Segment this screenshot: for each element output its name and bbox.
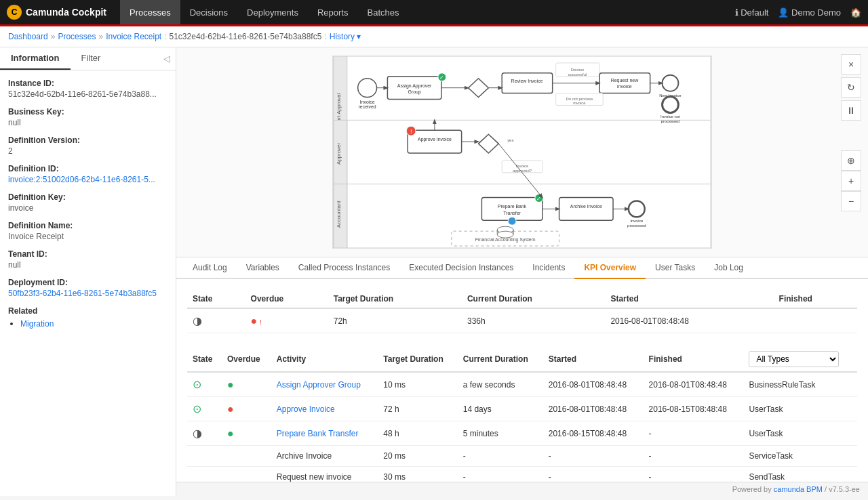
bpmn-refresh-button[interactable]: ↻	[841, 77, 861, 98]
svg-text:Review: Review	[571, 68, 585, 72]
main-layout: Information Filter ◁ Instance ID: 51c32e…	[0, 47, 868, 496]
svg-point-61	[497, 231, 513, 238]
field-deployment-id-value[interactable]: 50fb23f3-62b4-11e6-8261-5e74b3a88fc5	[8, 289, 167, 298]
default-link[interactable]: ℹ Default	[735, 7, 769, 18]
tab-variables[interactable]: Variables	[237, 257, 289, 279]
tab-filter[interactable]: Filter	[71, 47, 112, 70]
bpmn-crosshair-button[interactable]: ⊕	[841, 150, 861, 171]
kpi-summary-col-target: Target Duration	[328, 290, 462, 308]
svg-text:Accountant: Accountant	[336, 201, 342, 228]
bpmn-zoomout-button[interactable]: −	[841, 191, 861, 211]
svg-point-9	[358, 79, 377, 98]
nav-batches[interactable]: Batches	[357, 0, 408, 24]
warning-icon: ●	[251, 315, 258, 327]
tab-audit-log[interactable]: Audit Log	[183, 257, 237, 279]
svg-point-48	[508, 217, 516, 225]
bpmn-close-button[interactable]: ×	[841, 54, 861, 75]
row5-state	[187, 467, 222, 482]
row4-type: ServiceTask	[743, 446, 857, 467]
row4-finished: -	[644, 446, 744, 467]
field-deployment-id-label: Deployment ID:	[8, 278, 167, 287]
breadcrumb-sep1: »	[51, 32, 56, 41]
svg-text:Approve Invoice: Approve Invoice	[418, 137, 452, 142]
bpmn-pause-button[interactable]: ⏸	[841, 100, 861, 121]
breadcrumb-sep3: :	[164, 32, 166, 41]
nav-deployments[interactable]: Deployments	[237, 0, 308, 24]
tab-kpi-overview[interactable]: KPI Overview	[574, 257, 646, 279]
tab-information[interactable]: Information	[0, 47, 71, 70]
svg-text:Invoice not: Invoice not	[660, 114, 680, 119]
kpi-summary-finished	[774, 308, 857, 333]
warning-red-icon: ●	[227, 403, 234, 415]
table-row: ⊙ ● Assign Approver Group 10 ms a few se…	[187, 372, 857, 397]
row4-target: 20 ms	[378, 446, 457, 467]
row3-activity: Prepare Bank Transfer	[271, 421, 378, 446]
row1-overdue: ●	[222, 372, 271, 397]
home-link[interactable]: 🏠	[850, 7, 861, 18]
row5-type: SendTask	[743, 467, 857, 482]
svg-text:yes: yes	[507, 138, 513, 142]
svg-point-27	[663, 75, 679, 91]
table-row: ⊙ ● Approve Invoice 72 h 14 days 2016-08…	[187, 397, 857, 421]
nav-decisions[interactable]: Decisions	[180, 0, 237, 24]
bpmn-controls-bottom: ⊕ + −	[841, 150, 861, 211]
nav-right: ℹ Default 👤 Demo Demo 🏠	[735, 7, 861, 18]
related-migration: Migration	[20, 318, 167, 329]
row5-started: -	[543, 467, 644, 482]
row2-state: ⊙	[187, 397, 222, 421]
row4-started: -	[543, 446, 644, 467]
sidebar-toggle[interactable]: ◁	[158, 47, 176, 70]
tab-job-log[interactable]: Job Log	[705, 257, 753, 279]
bpmn-canvas[interactable]: Start Approval Approver Accountant Invoi…	[332, 56, 712, 249]
svg-text:✓: ✓	[439, 75, 444, 81]
field-instance-id: Instance ID: 51c32e4d-62b4-11e6-8261-5e7…	[8, 79, 167, 99]
bpmn-zoomin-button[interactable]: +	[841, 171, 861, 191]
row3-state: ◑	[187, 421, 222, 446]
breadcrumb-processes[interactable]: Processes	[58, 32, 96, 41]
field-definition-id-value[interactable]: invoice:2:51002d06-62b4-11e6-8261-5...	[8, 175, 167, 184]
row1-activity: Assign Approver Group	[271, 372, 378, 397]
breadcrumb-dashboard[interactable]: Dashboard	[8, 32, 48, 41]
nav-processes[interactable]: Processes	[120, 0, 180, 24]
detail-col-finished: Finished	[644, 347, 744, 372]
table-row: ◑ ● Prepare Bank Transfer 48 h 5 minutes…	[187, 421, 857, 446]
field-definition-version-value: 2	[8, 146, 167, 156]
tab-called-process-instances[interactable]: Called Process Instances	[289, 257, 399, 279]
type-filter-select[interactable]: All Types UserTask ServiceTask BusinessR…	[749, 351, 839, 367]
row2-activity-link[interactable]: Approve Invoice	[277, 404, 335, 414]
nav-reports[interactable]: Reports	[308, 0, 358, 24]
row3-type: UserTask	[743, 421, 857, 446]
field-tenant-id-label: Tenant ID:	[8, 249, 167, 259]
row1-activity-link[interactable]: Assign Approver Group	[277, 380, 361, 390]
row1-target: 10 ms	[378, 372, 457, 397]
detail-col-target: Target Duration	[378, 347, 457, 372]
breadcrumb-invoice-receipt[interactable]: Invoice Receipt	[106, 32, 161, 41]
related-section: Related Migration	[8, 306, 167, 329]
svg-text:Prepare Bank: Prepare Bank	[498, 204, 527, 209]
svg-text:invoice: invoice	[573, 101, 586, 105]
tab-user-tasks[interactable]: User Tasks	[646, 257, 705, 279]
row2-current: 14 days	[458, 397, 543, 421]
field-definition-id: Definition ID: invoice:2:51002d06-62b4-1…	[8, 164, 167, 184]
half-circle-icon: ◑	[193, 428, 202, 439]
sidebar-content: Instance ID: 51c32e4d-62b4-11e6-8261-5e7…	[0, 70, 176, 337]
kpi-summary-started: 2016-08-01T08:48:48	[605, 308, 773, 333]
kpi-summary-target-duration: 72h	[328, 308, 462, 333]
kpi-summary-col-state: State	[187, 290, 245, 308]
row4-activity: Archive Invoice	[271, 446, 378, 467]
breadcrumb-history[interactable]: History ▾	[330, 32, 361, 41]
user-link[interactable]: 👤 Demo Demo	[778, 7, 841, 18]
field-definition-version-label: Definition Version:	[8, 136, 167, 145]
field-definition-name-value: Invoice Receipt	[8, 232, 167, 241]
row5-current: -	[458, 467, 543, 482]
tab-incidents[interactable]: Incidents	[523, 257, 574, 279]
migration-link[interactable]: Migration	[20, 319, 54, 329]
footer-link[interactable]: camunda BPM	[774, 485, 823, 493]
svg-text:processed: processed	[627, 224, 646, 228]
tab-executed-decision-instances[interactable]: Executed Decision Instances	[399, 257, 523, 279]
row5-finished: -	[644, 467, 744, 482]
row4-state	[187, 446, 222, 467]
field-deployment-id: Deployment ID: 50fb23f3-62b4-11e6-8261-5…	[8, 278, 167, 298]
row3-activity-link[interactable]: Prepare Bank Transfer	[277, 429, 359, 438]
row2-target: 72 h	[378, 397, 457, 421]
